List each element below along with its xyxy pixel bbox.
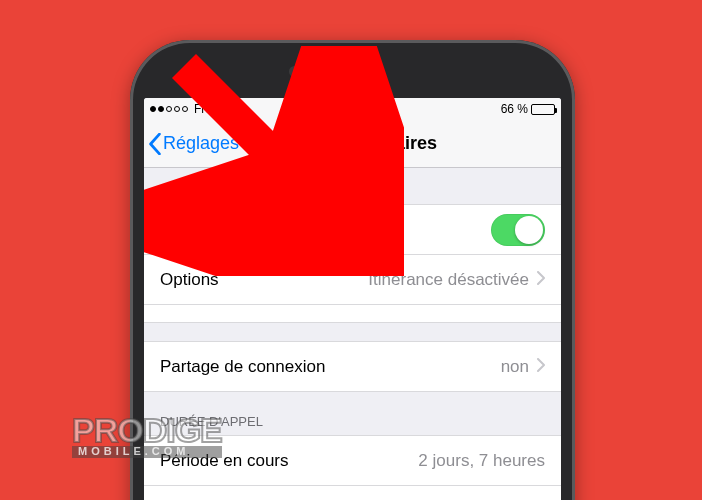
nav-bar: Réglages Données cellulaires <box>144 120 561 168</box>
hotspot-label: Partage de connexion <box>160 357 325 377</box>
status-bar: Free 4G 22:19 66 % <box>144 98 561 120</box>
group-cellular: Données cellulaires Options Itinérance d… <box>144 204 561 323</box>
back-button[interactable]: Réglages <box>144 133 239 155</box>
hotspot-value: non <box>501 357 529 377</box>
proximity-sensor <box>348 51 357 60</box>
network-label: 4G <box>223 102 239 116</box>
group-hotspot: Partage de connexion non <box>144 341 561 392</box>
signal-strength-icon <box>150 106 188 112</box>
period-value: 2 jours, 7 heures <box>418 451 545 471</box>
chevron-right-icon <box>537 270 545 290</box>
chevron-left-icon <box>148 133 162 155</box>
row-hotspot[interactable]: Partage de connexion non <box>144 341 561 391</box>
front-camera <box>289 66 300 77</box>
row-spacer <box>144 304 561 322</box>
battery-percent: 66 % <box>501 102 528 116</box>
cellular-data-label: Données cellulaires <box>160 220 308 240</box>
carrier-label: Free <box>194 102 219 116</box>
speaker-grille <box>326 68 380 75</box>
options-value: Itinérance désactivée <box>368 270 529 290</box>
cellular-data-toggle[interactable] <box>491 214 545 246</box>
watermark-brand: PRODIGE <box>72 411 222 449</box>
watermark: PRODIGE MOBILE.COM <box>72 419 222 458</box>
back-label: Réglages <box>163 133 239 154</box>
row-options[interactable]: Options Itinérance désactivée <box>144 254 561 304</box>
row-partial <box>144 485 561 500</box>
row-cellular-data[interactable]: Données cellulaires <box>144 204 561 254</box>
options-label: Options <box>160 270 219 290</box>
status-time: 22:19 <box>337 102 368 116</box>
chevron-right-icon <box>537 357 545 377</box>
battery-icon <box>531 104 555 115</box>
